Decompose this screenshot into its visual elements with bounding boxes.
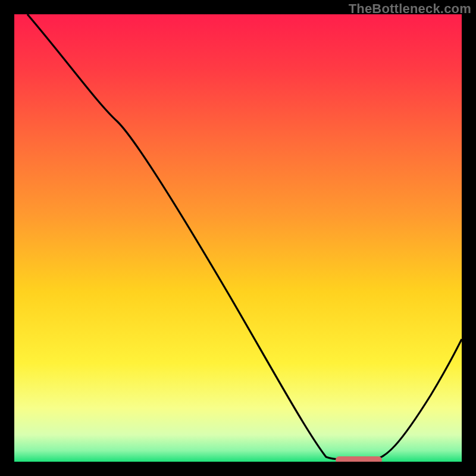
- gradient-background: [14, 14, 462, 462]
- plot-area: [14, 14, 462, 462]
- watermark-text: TheBottleneck.com: [349, 1, 471, 17]
- bottleneck-chart: TheBottleneck.com: [0, 0, 476, 476]
- svg-rect-0: [14, 14, 462, 462]
